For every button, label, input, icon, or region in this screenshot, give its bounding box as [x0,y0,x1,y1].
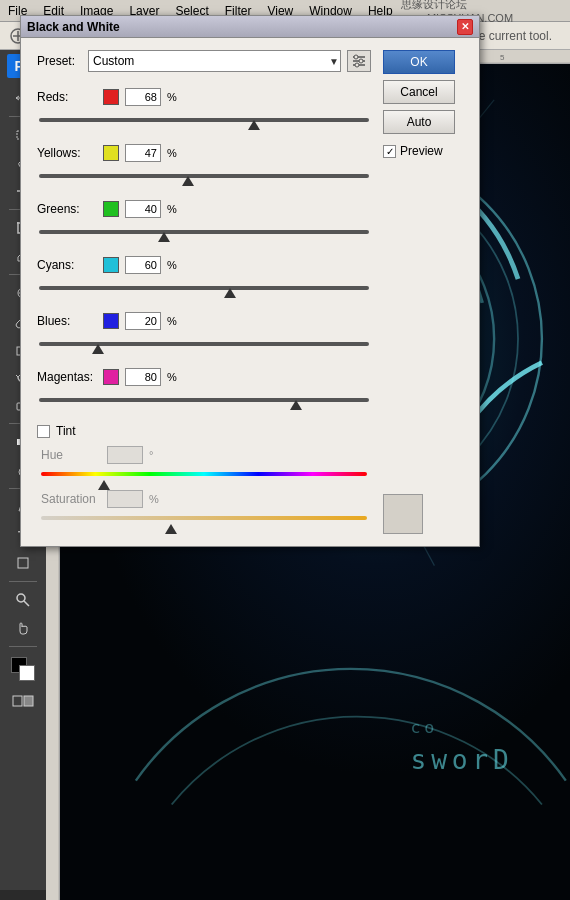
svg-point-22 [17,594,25,602]
tool-shape[interactable] [9,550,37,576]
slider-track-bg-blues [39,342,369,346]
dialog-close-button[interactable]: ✕ [457,19,473,35]
hue-slider-thumb[interactable] [98,480,110,490]
slider-label-yellows: Yellows: [37,146,97,160]
slider-thumb-cyans[interactable] [224,288,236,298]
preview-label: Preview [400,144,443,158]
hue-row: Hue ° [37,446,371,464]
auto-button[interactable]: Auto [383,110,455,134]
slider-track-magentas[interactable] [39,390,369,410]
slider-value-yellows[interactable]: 47 [125,144,161,162]
saturation-unit: % [149,493,163,505]
svg-line-23 [24,601,29,606]
slider-swatch-greens [103,201,119,217]
preview-checkmark: ✓ [386,146,394,157]
sat-thumb-area [37,522,371,534]
slider-row-blues: Blues: 20 % [37,312,371,354]
hue-label: Hue [41,448,101,462]
preset-select[interactable]: Custom [88,50,341,72]
slider-thumb-greens[interactable] [158,232,170,242]
slider-swatch-reds [103,89,119,105]
slider-percent-greens: % [167,203,177,215]
slider-value-blues[interactable]: 20 [125,312,161,330]
preset-row: Preset: Custom ▼ [37,50,371,72]
slider-header-blues: Blues: 20 % [37,312,371,330]
slider-header-greens: Greens: 40 % [37,200,371,218]
slider-label-magentas: Magentas: [37,370,97,384]
slider-swatch-magentas [103,369,119,385]
tint-label: Tint [56,424,76,438]
slider-label-greens: Greens: [37,202,97,216]
preset-settings-button[interactable] [347,50,371,72]
svg-point-51 [359,59,363,63]
slider-header-yellows: Yellows: 47 % [37,144,371,162]
slider-label-blues: Blues: [37,314,97,328]
preset-select-wrapper: Custom ▼ [88,50,341,72]
separator-7 [9,646,37,647]
tool-hand[interactable] [9,615,37,641]
dialog-title: Black and White [27,20,457,34]
slider-track-bg-cyans [39,286,369,290]
slider-header-reds: Reds: 68 % [37,88,371,106]
hue-unit: ° [149,449,163,461]
saturation-slider-thumb[interactable] [165,524,177,534]
slider-swatch-yellows [103,145,119,161]
slider-track-yellows[interactable] [39,166,369,186]
slider-track-blues[interactable] [39,334,369,354]
slider-percent-magentas: % [167,371,177,383]
tint-swatch-wrapper [383,374,463,534]
preview-row: ✓ Preview [383,144,463,158]
slider-track-reds[interactable] [39,110,369,130]
hue-thumb-area [37,478,371,490]
saturation-gradient-track[interactable] [41,516,367,520]
slider-track-cyans[interactable] [39,278,369,298]
tint-checkbox[interactable] [37,425,50,438]
hue-gradient-track[interactable] [41,472,367,476]
tool-quickmask[interactable] [9,688,37,714]
preset-label: Preset: [37,54,82,68]
slider-percent-reds: % [167,91,177,103]
slider-swatch-blues [103,313,119,329]
tint-header: Tint [37,424,371,438]
slider-header-magentas: Magentas: 80 % [37,368,371,386]
slider-value-cyans[interactable]: 60 [125,256,161,274]
slider-row-greens: Greens: 40 % [37,200,371,242]
slider-percent-blues: % [167,315,177,327]
slider-thumb-reds[interactable] [248,120,260,130]
slider-thumb-magentas[interactable] [290,400,302,410]
separator-6 [9,581,37,582]
svg-text:5: 5 [500,53,505,62]
dialog-titlebar[interactable]: Black and White ✕ [21,16,479,38]
bw-dialog: Black and White ✕ Preset: Custom ▼ [20,15,480,547]
dialog-left-panel: Preset: Custom ▼ [37,50,371,534]
hue-input[interactable] [107,446,143,464]
slider-track-bg-reds [39,118,369,122]
svg-rect-25 [24,696,33,706]
slider-label-reds: Reds: [37,90,97,104]
slider-value-magentas[interactable]: 80 [125,368,161,386]
color-swatches[interactable] [9,655,37,683]
dialog-right-panel: OK Cancel Auto ✓ Preview [383,50,463,534]
slider-swatch-cyans [103,257,119,273]
tool-zoom[interactable] [9,587,37,613]
slider-value-reds[interactable]: 68 [125,88,161,106]
slider-row-magentas: Magentas: 80 % [37,368,371,410]
slider-thumb-blues[interactable] [92,344,104,354]
svg-text:sworD: sworD [411,745,514,775]
slider-row-reds: Reds: 68 % [37,88,371,130]
saturation-label: Saturation [41,492,101,506]
ok-button[interactable]: OK [383,50,455,74]
slider-thumb-yellows[interactable] [182,176,194,186]
slider-value-greens[interactable]: 40 [125,200,161,218]
svg-text:co: co [411,717,438,737]
slider-track-greens[interactable] [39,222,369,242]
slider-row-yellows: Yellows: 47 % [37,144,371,186]
cancel-button[interactable]: Cancel [383,80,455,104]
saturation-input[interactable] [107,490,143,508]
dialog-body: Preset: Custom ▼ [21,38,479,546]
preview-checkbox[interactable]: ✓ [383,145,396,158]
slider-percent-cyans: % [167,259,177,271]
svg-rect-21 [18,558,28,568]
tint-color-swatch[interactable] [383,494,423,534]
slider-header-cyans: Cyans: 60 % [37,256,371,274]
